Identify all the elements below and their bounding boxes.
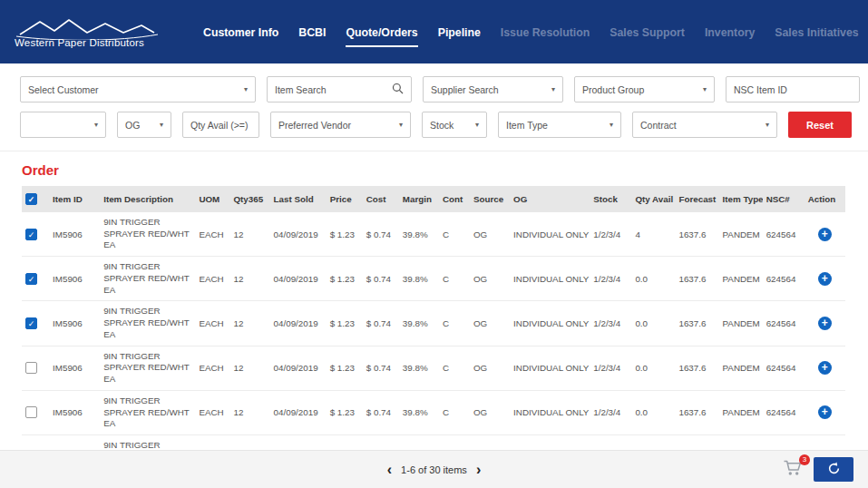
cell-qty365: 12	[229, 346, 269, 390]
stock-dropdown[interactable]: Stock ▾	[422, 112, 487, 138]
cell-item_type: PANDEM	[719, 257, 763, 301]
og-dropdown[interactable]: OG ▾	[117, 112, 171, 138]
cell-source: OG	[470, 212, 510, 257]
main-nav: Customer Info BCBI Quote/Orders Pipeline…	[203, 17, 859, 47]
col-last-sold: Last Sold	[270, 186, 327, 212]
cell-action: +	[805, 212, 845, 257]
nav-sales-initiatives[interactable]: Sales Initiatives	[775, 17, 858, 47]
add-to-order-button[interactable]: +	[818, 361, 832, 375]
nav-issue-resolution[interactable]: Issue Resolution	[501, 17, 590, 47]
contract-dropdown[interactable]: Contract ▾	[632, 112, 777, 138]
cell-cost: $ 0.74	[363, 390, 399, 434]
nav-inventory[interactable]: Inventory	[705, 17, 755, 47]
cell-margin: 39.8%	[399, 257, 439, 301]
qty-avail-input[interactable]: Qty Avail (>=)	[182, 112, 259, 138]
row-select-cell	[22, 390, 49, 434]
nsc-item-id-input[interactable]: NSC Item ID	[726, 76, 860, 102]
chevron-down-icon: ▾	[610, 121, 613, 129]
cell-description: 9IN TRIGGER SPRAYER RED/WHT EA	[100, 212, 195, 257]
nav-quote-orders[interactable]: Quote/Orders	[346, 17, 417, 47]
cell-description: 9IN TRIGGER SPRAYER RED/WHT EA	[100, 390, 195, 434]
cell-source: OG	[470, 390, 510, 434]
col-source: Source	[470, 186, 510, 212]
cell-cost: $ 0.74	[363, 301, 399, 346]
col-og: OG	[510, 186, 590, 212]
preferred-vendor-dropdown[interactable]: Preferred Vendor ▾	[270, 112, 411, 138]
nav-pipeline[interactable]: Pipeline	[438, 17, 481, 47]
cart-badge: 3	[799, 454, 810, 465]
table-row: ✓IM59069IN TRIGGER SPRAYER RED/WHT EAEAC…	[22, 301, 845, 346]
cell-item_id: IM5906	[49, 301, 100, 346]
cell-uom: EACH	[195, 301, 229, 346]
item-search-input[interactable]: Item Search	[267, 76, 412, 102]
col-stock: Stock	[590, 186, 631, 212]
add-to-order-button[interactable]: +	[818, 272, 832, 286]
cell-cont: C	[439, 301, 470, 346]
cell-uom: EACH	[195, 212, 229, 257]
cell-nsc: 624564	[763, 257, 805, 301]
order-table-header: ✓ Item ID Item Description UOM Qty365 La…	[22, 186, 845, 212]
nav-customer-info[interactable]: Customer Info	[203, 17, 278, 47]
refresh-button[interactable]	[814, 457, 853, 482]
previous-page-icon[interactable]: ‹	[381, 462, 398, 477]
col-action: Action	[805, 186, 845, 212]
item-type-dropdown-label: Item Type	[506, 120, 548, 131]
supplier-search-dropdown[interactable]: Supplier Search ▾	[423, 76, 563, 102]
search-icon	[392, 83, 404, 96]
product-group-label: Product Group	[582, 84, 644, 95]
cell-uom: EACH	[195, 346, 229, 390]
col-cost: Cost	[363, 186, 399, 212]
row-checkbox[interactable]: ✓	[25, 229, 37, 240]
col-item-type: Item Type	[719, 186, 763, 212]
cell-cost: $ 0.74	[363, 257, 399, 301]
chevron-down-icon: ▾	[94, 121, 98, 129]
select-customer-dropdown[interactable]: Select Customer ▾	[20, 76, 256, 102]
cell-qty365: 12	[229, 257, 269, 301]
cell-last_sold: 04/09/2019	[270, 301, 327, 346]
cell-action: +	[805, 257, 845, 301]
col-item-id: Item ID	[49, 186, 100, 212]
cell-forecast: 1637.6	[675, 212, 718, 257]
cell-price: $ 1.23	[327, 390, 363, 434]
qty-avail-placeholder: Qty Avail (>=)	[190, 120, 248, 131]
nav-sales-support[interactable]: Sales Support	[610, 17, 685, 47]
pagination: ‹ 1-6 of 30 items ›	[0, 462, 868, 478]
row-checkbox[interactable]	[25, 406, 37, 418]
cell-action: +	[805, 390, 845, 434]
cell-price: $ 1.23	[327, 212, 363, 257]
row-checkbox[interactable]	[25, 362, 37, 374]
table-row: ✓IM59069IN TRIGGER SPRAYER RED/WHT EAEAC…	[22, 212, 845, 257]
cart-button[interactable]: 3	[783, 459, 803, 481]
item-search-placeholder: Item Search	[275, 84, 327, 95]
cell-source: OG	[470, 301, 510, 346]
cell-last_sold: 04/09/2019	[270, 257, 327, 301]
product-group-dropdown[interactable]: Product Group ▾	[574, 76, 715, 102]
next-page-icon[interactable]: ›	[470, 462, 487, 477]
cell-qty_avail: 4	[631, 212, 675, 257]
blank-dropdown[interactable]: ▾	[20, 112, 106, 138]
select-all-checkbox[interactable]: ✓	[25, 193, 37, 205]
row-checkbox[interactable]: ✓	[25, 317, 37, 329]
order-table: ✓ Item ID Item Description UOM Qty365 La…	[22, 186, 845, 488]
table-row: IM59069IN TRIGGER SPRAYER RED/WHT EAEACH…	[22, 346, 845, 390]
cell-og: INDIVIDUAL ONLY	[510, 346, 590, 390]
reset-button[interactable]: Reset	[788, 112, 852, 138]
cell-uom: EACH	[195, 390, 229, 434]
cell-og: INDIVIDUAL ONLY	[510, 212, 590, 257]
col-forecast: Forecast	[675, 186, 718, 212]
row-checkbox[interactable]: ✓	[25, 273, 37, 285]
cell-stock: 1/2/3/4	[590, 257, 631, 301]
col-cont: Cont	[439, 186, 470, 212]
nsc-item-id-placeholder: NSC Item ID	[734, 84, 787, 95]
order-table-body: ✓IM59069IN TRIGGER SPRAYER RED/WHT EAEAC…	[22, 212, 845, 488]
item-type-dropdown[interactable]: Item Type ▾	[498, 112, 621, 138]
cell-stock: 1/2/3/4	[590, 301, 631, 346]
cell-price: $ 1.23	[327, 257, 363, 301]
refresh-icon	[827, 462, 841, 478]
cell-margin: 39.8%	[399, 390, 439, 434]
add-to-order-button[interactable]: +	[818, 317, 832, 330]
add-to-order-button[interactable]: +	[818, 228, 832, 241]
chevron-down-icon: ▾	[475, 121, 479, 129]
add-to-order-button[interactable]: +	[818, 405, 832, 419]
nav-bcbi[interactable]: BCBI	[298, 17, 326, 47]
